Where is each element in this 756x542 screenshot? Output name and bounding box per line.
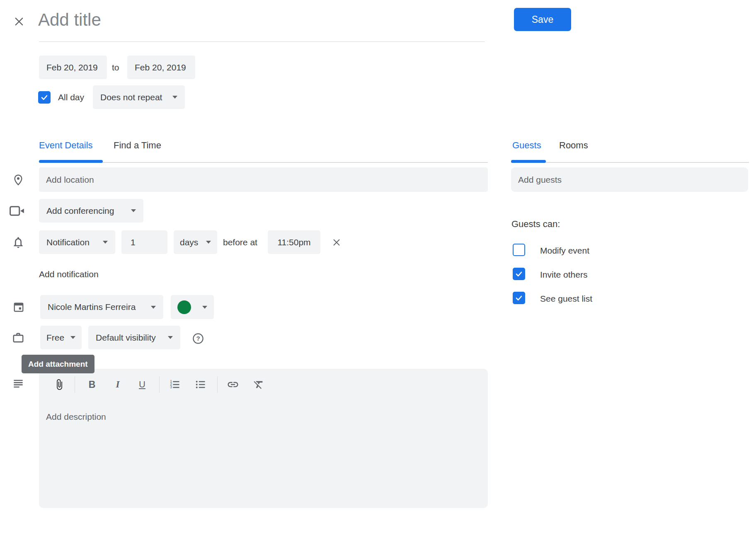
paperclip-icon (53, 379, 65, 390)
all-day-label: All day (58, 91, 84, 104)
description-lines-icon (11, 376, 26, 391)
chevron-down-icon (168, 336, 173, 339)
recurrence-value: Does not repeat (100, 92, 162, 102)
all-day-checkbox[interactable] (38, 91, 51, 104)
link-icon (227, 378, 239, 391)
check-icon (515, 246, 523, 254)
chevron-down-icon (172, 96, 177, 99)
attachment-tooltip: Add attachment (22, 355, 94, 373)
calendar-owner-value: Nicole Martins Ferreira (48, 302, 136, 312)
bell-icon (10, 230, 27, 254)
tab-rooms[interactable]: Rooms (559, 140, 588, 151)
notification-count-input[interactable] (121, 230, 167, 254)
svg-text:3: 3 (170, 385, 172, 389)
invite-others-label: Invite others (540, 269, 587, 281)
save-button[interactable]: Save (514, 8, 571, 31)
invite-others-checkbox[interactable] (513, 268, 525, 280)
chevron-down-icon (70, 336, 75, 339)
close-button[interactable] (12, 14, 27, 29)
close-icon (331, 237, 342, 248)
see-guest-list-checkbox[interactable] (513, 292, 525, 304)
visibility-dropdown[interactable]: Default visibility (88, 326, 180, 349)
start-date-button[interactable]: Feb 20, 2019 (39, 56, 107, 79)
tab-divider-right (511, 162, 749, 163)
numbered-list-button[interactable]: 123 (165, 375, 184, 394)
toolbar-divider (217, 376, 218, 393)
insert-link-button[interactable] (223, 375, 242, 394)
help-button[interactable]: ? (191, 332, 205, 345)
notification-unit-dropdown[interactable]: days (174, 230, 217, 254)
visibility-value: Default visibility (96, 333, 156, 343)
color-swatch-green (177, 300, 191, 314)
chevron-down-icon (151, 306, 156, 309)
description-input[interactable]: Add description (46, 412, 477, 503)
tab-find-a-time[interactable]: Find a Time (114, 140, 161, 151)
recurrence-dropdown[interactable]: Does not repeat (93, 85, 185, 109)
help-icon: ? (192, 332, 204, 345)
toolbar-divider (159, 376, 160, 393)
busy-status-dropdown[interactable]: Free (40, 326, 82, 349)
check-icon (40, 93, 48, 102)
svg-text:?: ? (196, 335, 200, 342)
chevron-down-icon (206, 241, 211, 244)
event-color-dropdown[interactable] (171, 295, 214, 319)
busy-status-value: Free (46, 333, 64, 343)
video-camera-icon (8, 199, 27, 223)
title-underline (39, 41, 485, 42)
bulleted-list-icon (195, 379, 206, 390)
remove-notification-button[interactable] (329, 235, 344, 250)
chevron-down-icon (103, 241, 108, 244)
notification-type-value: Notification (46, 237, 90, 247)
conferencing-label: Add conferencing (46, 206, 114, 216)
notification-type-dropdown[interactable]: Notification (39, 230, 115, 254)
calendar-icon (11, 295, 27, 319)
chevron-down-icon (202, 306, 207, 309)
briefcase-icon (10, 326, 27, 349)
bulleted-list-button[interactable] (191, 375, 210, 394)
clear-formatting-icon (253, 379, 264, 390)
active-tab-indicator-left (39, 160, 103, 163)
end-date-button[interactable]: Feb 20, 2019 (127, 56, 195, 79)
clear-formatting-button[interactable] (249, 375, 268, 394)
location-input[interactable] (39, 167, 488, 192)
location-pin-icon (11, 167, 26, 192)
tab-guests[interactable]: Guests (512, 140, 541, 151)
tab-divider-left (39, 162, 488, 163)
attach-file-button[interactable] (50, 375, 69, 394)
guests-input[interactable] (511, 167, 748, 192)
add-notification-button[interactable]: Add notification (39, 269, 99, 279)
numbered-list-icon: 123 (169, 379, 181, 390)
italic-button[interactable]: I (108, 375, 127, 394)
conferencing-dropdown[interactable]: Add conferencing (39, 199, 143, 223)
title-input[interactable] (38, 6, 453, 34)
tab-event-details[interactable]: Event Details (39, 140, 93, 151)
modify-event-checkbox[interactable] (513, 244, 525, 256)
guest-permissions-title: Guests can: (511, 219, 560, 230)
date-range-to-label: to (112, 56, 119, 79)
tooltip-label: Add attachment (28, 360, 88, 369)
close-icon (13, 16, 25, 27)
event-editor: Save Feb 20, 2019 to Feb 20, 2019 All da… (0, 0, 756, 542)
underline-button[interactable]: U (133, 375, 152, 394)
check-icon (515, 294, 523, 302)
before-at-label: before at (223, 230, 257, 254)
check-icon (515, 270, 523, 278)
see-guest-list-label: See guest list (540, 293, 592, 305)
calendar-owner-dropdown[interactable]: Nicole Martins Ferreira (40, 295, 163, 319)
notification-time-button[interactable]: 11:50pm (268, 230, 320, 254)
active-tab-indicator-right (511, 160, 546, 163)
modify-event-label: Modify event (540, 244, 589, 257)
bold-button[interactable]: B (82, 375, 102, 394)
chevron-down-icon (131, 209, 136, 212)
notification-unit-value: days (180, 237, 198, 247)
toolbar-divider (75, 376, 75, 393)
